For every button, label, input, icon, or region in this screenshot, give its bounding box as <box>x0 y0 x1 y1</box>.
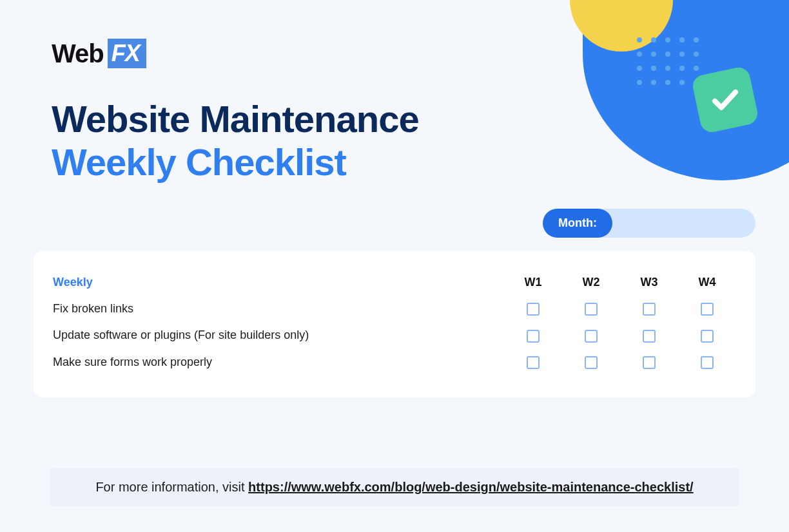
column-header-w1: W1 <box>504 269 562 296</box>
checkbox-r2-w2[interactable] <box>585 330 598 343</box>
logo-text: Web <box>52 39 104 68</box>
checkbox-r1-w1[interactable] <box>527 303 540 316</box>
checkbox-r2-w3[interactable] <box>643 330 656 343</box>
checkbox-r1-w2[interactable] <box>585 303 598 316</box>
column-header-w4: W4 <box>678 269 736 296</box>
checkbox-r1-w4[interactable] <box>701 303 714 316</box>
checkbox-r2-w1[interactable] <box>527 330 540 343</box>
checklist-table: Weekly W1 W2 W3 W4 Fix broken links Upda… <box>53 269 736 375</box>
headline-line1: Website Maintenance <box>52 98 419 141</box>
webfx-logo: Web FX <box>52 39 146 68</box>
table-row: Update software or plugins (For site bui… <box>53 322 736 348</box>
checklist-card: Weekly W1 W2 W3 W4 Fix broken links Upda… <box>34 251 755 397</box>
checkbox-r3-w2[interactable] <box>585 356 598 369</box>
table-row: Fix broken links <box>53 296 736 322</box>
footer-link[interactable]: https://www.webfx.com/blog/web-design/we… <box>248 480 694 494</box>
footer-prefix: For more information, visit <box>95 480 248 494</box>
checkbox-r2-w4[interactable] <box>701 330 714 343</box>
footer-info: For more information, visit https://www.… <box>50 468 739 506</box>
column-header-w3: W3 <box>620 269 678 296</box>
dot-grid-decoration <box>637 37 699 85</box>
month-label: Month: <box>543 209 612 238</box>
column-header-w2: W2 <box>562 269 620 296</box>
checkbox-r3-w1[interactable] <box>527 356 540 369</box>
page-title: Website Maintenance Weekly Checklist <box>52 98 419 184</box>
task-label: Make sure forms work properly <box>53 349 504 375</box>
task-label: Fix broken links <box>53 296 504 322</box>
task-label: Update software or plugins (For site bui… <box>53 322 504 348</box>
month-selector[interactable]: Month: <box>543 209 755 238</box>
checkmark-badge-icon <box>691 66 760 135</box>
checkbox-r3-w3[interactable] <box>643 356 656 369</box>
checkbox-r3-w4[interactable] <box>701 356 714 369</box>
logo-box-text: FX <box>108 39 146 68</box>
headline-line2: Weekly Checklist <box>52 141 419 184</box>
checkbox-r1-w3[interactable] <box>643 303 656 316</box>
table-row: Make sure forms work properly <box>53 349 736 375</box>
section-header: Weekly <box>53 269 504 296</box>
